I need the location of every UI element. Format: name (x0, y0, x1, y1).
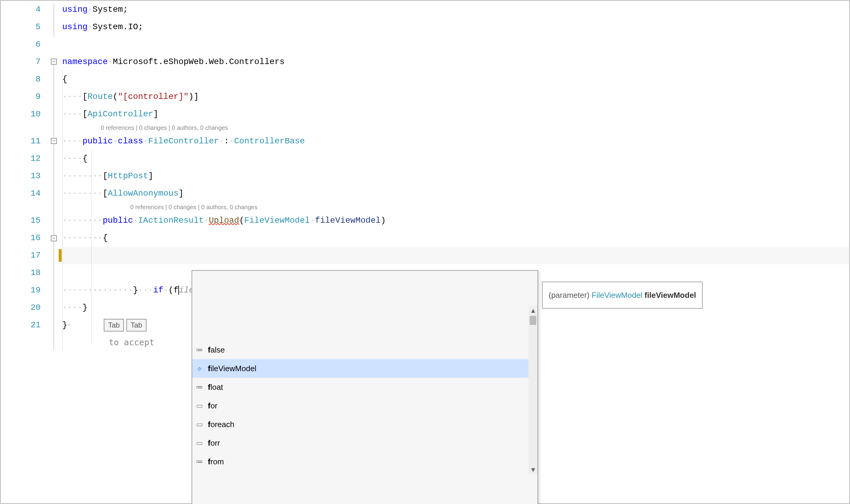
code-line[interactable]: ········[AllowAnonymous] (62, 185, 849, 202)
line-number: 4 (1, 1, 40, 18)
code-line[interactable]: using·System; (62, 1, 849, 18)
completion-kind-icon: ▭ (195, 416, 204, 433)
line-number-gutter: 4 5 6 7 8 9 10 11 12 13 14 15 16 17 18 1… (1, 1, 49, 503)
completion-label: from (208, 453, 224, 470)
codelens[interactable]: 0 references | 0 changes | 0 authors, 0 … (62, 123, 849, 132)
code-line-current[interactable]: ············if·(fileViewModel == null) T… (62, 247, 849, 264)
line-number: 11 (1, 132, 40, 150)
completion-label: forr (208, 434, 220, 452)
line-number: 9 (1, 88, 40, 106)
completion-kind-icon: ▭ (195, 397, 204, 414)
line-number: 13 (1, 167, 40, 185)
code-line[interactable]: ········} ≔false⟐fileViewModel≔float▭for… (62, 264, 849, 282)
fold-toggle-icon[interactable]: − (51, 235, 57, 241)
code-line[interactable]: ········public·IActionResult·Upload(File… (62, 212, 849, 229)
code-editor[interactable]: 4 5 6 7 8 9 10 11 12 13 14 15 16 17 18 1… (0, 0, 850, 504)
line-number: 7 (1, 53, 40, 71)
line-number: 21 (1, 317, 40, 334)
line-number: 5 (1, 18, 40, 36)
code-line[interactable]: ········[HttpPost] (62, 167, 849, 185)
line-number: 20 (1, 299, 40, 317)
completion-false[interactable]: ≔false (192, 341, 537, 359)
line-number: 18 (1, 264, 40, 282)
scroll-down-icon[interactable]: ▾ (528, 465, 537, 474)
inline-hint-text: to accept (108, 338, 154, 347)
completion-kind-icon: ⟐ (195, 360, 204, 377)
completion-label: foreach (208, 416, 234, 433)
completion-kind-icon: ≔ (195, 453, 204, 470)
code-line[interactable]: ····[Route("[controller]")] (62, 88, 849, 106)
completion-tooltip: (parameter) FileViewModel fileViewModel (542, 282, 702, 309)
completion-kind-icon: {} (195, 471, 204, 474)
change-indicator (59, 249, 62, 262)
completion-label: float (208, 378, 223, 396)
code-line[interactable]: { (62, 71, 849, 88)
line-number: 16 (1, 229, 40, 247)
line-number: 8 (1, 71, 40, 88)
code-line[interactable]: ····{ (62, 150, 849, 167)
completion-label: Features (208, 471, 239, 474)
code-line[interactable] (62, 36, 849, 53)
scrollbar[interactable]: ▴ ▾ (528, 306, 537, 474)
completion-kind-icon: ≔ (195, 341, 204, 359)
fold-toggle-icon[interactable]: − (51, 138, 57, 144)
completion-float[interactable]: ≔float (192, 378, 537, 396)
completion-label: for (208, 397, 218, 414)
codelens[interactable]: 0 references | 0 changes | 0 authors, 0 … (62, 202, 849, 212)
completion-from[interactable]: ≔from (192, 452, 537, 471)
completion-kind-icon: ≔ (195, 378, 204, 396)
completion-list[interactable]: ≔false⟐fileViewModel≔float▭for▭foreach▭f… (192, 306, 537, 474)
line-number: 6 (1, 36, 40, 53)
line-number: 19 (1, 282, 40, 299)
line-number: 15 (1, 212, 40, 229)
code-line[interactable]: ····public·class·FileController·:·Contro… (62, 132, 849, 150)
code-line[interactable]: ····[ApiController] (62, 106, 849, 123)
intellisense-popup[interactable]: ≔false⟐fileViewModel≔float▭for▭foreach▭f… (192, 270, 538, 504)
completion-label: fileViewModel (208, 360, 256, 377)
line-number: 14 (1, 185, 40, 202)
code-line[interactable]: ········{ (62, 229, 849, 247)
fold-toggle-icon[interactable]: − (51, 59, 57, 65)
scroll-thumb[interactable] (530, 316, 536, 325)
code-line[interactable]: using·System.IO; (62, 18, 849, 36)
completion-kind-icon: ▭ (195, 434, 204, 452)
line-number: 17 (1, 247, 40, 264)
completion-fileviewmodel[interactable]: ⟐fileViewModel (192, 359, 537, 378)
completion-forr[interactable]: ▭forr (192, 434, 537, 452)
completion-foreach[interactable]: ▭foreach (192, 415, 537, 434)
line-number: 12 (1, 150, 40, 167)
code-area[interactable]: using·System; using·System.IO; namespace… (61, 1, 849, 503)
code-line[interactable]: namespace·Microsoft.eShopWeb.Web.Control… (62, 53, 849, 71)
line-number: 10 (1, 106, 40, 123)
scroll-up-icon[interactable]: ▴ (528, 306, 537, 315)
completion-for[interactable]: ▭for (192, 396, 537, 415)
completion-label: false (208, 341, 225, 359)
completion-features[interactable]: {}Features (192, 471, 537, 474)
